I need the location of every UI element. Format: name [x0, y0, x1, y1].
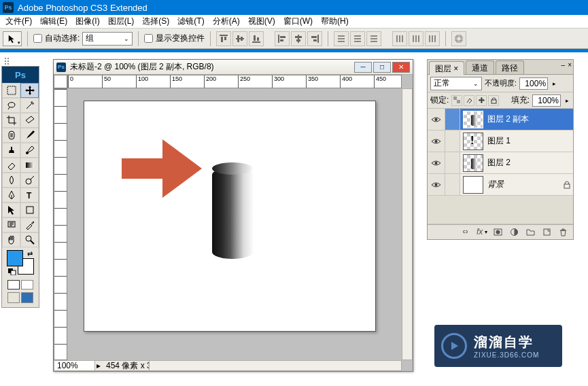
- menu-select[interactable]: 选择(S): [139, 14, 172, 29]
- layer-name-label[interactable]: 图层 1: [486, 135, 561, 147]
- lock-all-icon[interactable]: [488, 95, 499, 106]
- layer-visibility-toggle[interactable]: [428, 109, 445, 130]
- vertical-scrollbar[interactable]: [402, 88, 413, 360]
- menu-analysis[interactable]: 分析(A): [210, 14, 243, 29]
- eraser-tool[interactable]: [2, 158, 20, 173]
- crop-tool[interactable]: [2, 113, 20, 128]
- tab-paths[interactable]: 路径: [496, 60, 524, 74]
- layer-name-label[interactable]: 图层 2: [486, 157, 561, 169]
- healing-brush-tool[interactable]: [2, 128, 20, 143]
- menu-layer[interactable]: 图层(L): [105, 14, 137, 29]
- brush-tool[interactable]: [20, 128, 39, 143]
- horizontal-ruler[interactable]: 050100150200250300350400450: [67, 75, 402, 88]
- window-close-button[interactable]: ✕: [392, 62, 410, 73]
- align-left-icon[interactable]: [275, 31, 290, 46]
- menu-view[interactable]: 视图(V): [245, 14, 278, 29]
- layer-visibility-toggle[interactable]: [428, 174, 445, 195]
- canvas-area[interactable]: [67, 88, 402, 360]
- menu-filter[interactable]: 滤镜(T): [175, 14, 207, 29]
- pen-tool[interactable]: [2, 188, 20, 203]
- hand-tool[interactable]: [2, 232, 20, 247]
- layer-visibility-toggle[interactable]: [428, 130, 445, 152]
- move-tool[interactable]: [20, 83, 39, 98]
- align-hcenter-icon[interactable]: [291, 31, 306, 46]
- standard-mode-button[interactable]: [7, 280, 20, 290]
- link-layers-icon[interactable]: [457, 226, 472, 239]
- toolbox-grip[interactable]: [2, 54, 9, 63]
- ruler-origin[interactable]: [54, 75, 67, 88]
- layer-mask-icon[interactable]: [490, 226, 505, 239]
- layer-thumbnail[interactable]: !: [463, 133, 483, 150]
- magic-wand-tool[interactable]: [20, 98, 39, 113]
- distribute-right-icon[interactable]: [425, 31, 440, 46]
- current-tool-indicator[interactable]: ▾: [3, 31, 22, 46]
- lock-pixels-icon[interactable]: [464, 95, 474, 106]
- auto-select-checkbox[interactable]: 自动选择:: [33, 33, 80, 44]
- swap-colors-icon[interactable]: ⇄: [27, 250, 33, 258]
- opacity-slider-arrow[interactable]: ▸: [551, 80, 557, 87]
- layer-link-cell[interactable]: [445, 174, 460, 195]
- gradient-tool[interactable]: [20, 158, 39, 173]
- horizontal-scrollbar[interactable]: [149, 360, 402, 371]
- history-brush-tool[interactable]: [20, 143, 39, 158]
- foreground-color-swatch[interactable]: [7, 250, 23, 266]
- menu-file[interactable]: 文件(F): [3, 14, 35, 29]
- layer-link-cell[interactable]: [445, 130, 460, 152]
- shape-tool[interactable]: [20, 203, 39, 217]
- layer-thumbnail[interactable]: [463, 111, 483, 128]
- new-group-icon[interactable]: [523, 226, 538, 239]
- align-bottom-icon[interactable]: [249, 31, 264, 46]
- auto-select-target-select[interactable]: 组⌄: [82, 32, 133, 46]
- path-selection-tool[interactable]: [2, 203, 20, 217]
- screenmode-full-menubar[interactable]: [21, 292, 33, 303]
- layer-link-cell[interactable]: [445, 152, 460, 173]
- auto-align-icon[interactable]: [451, 31, 466, 46]
- distribute-bottom-icon[interactable]: [366, 31, 381, 46]
- dodge-tool[interactable]: [20, 173, 39, 188]
- show-transform-checkbox[interactable]: 显示变换控件: [144, 33, 205, 44]
- layer-thumbnail[interactable]: [463, 176, 483, 194]
- slice-tool[interactable]: [20, 113, 39, 128]
- layer-row[interactable]: 图层 2: [428, 152, 573, 174]
- tab-channels[interactable]: 通道: [466, 60, 494, 74]
- align-top-icon[interactable]: [216, 31, 231, 46]
- zoom-input[interactable]: 100%: [54, 361, 95, 370]
- fill-input[interactable]: 100%: [532, 94, 561, 107]
- panel-minimize-icon[interactable]: –: [561, 61, 566, 69]
- lasso-tool[interactable]: [2, 98, 20, 113]
- lock-position-icon[interactable]: [476, 95, 487, 106]
- distribute-hcenter-icon[interactable]: [409, 31, 423, 46]
- lock-transparency-icon[interactable]: [451, 95, 462, 106]
- layer-name-label[interactable]: 背景: [486, 179, 561, 190]
- layers-empty-area[interactable]: [428, 196, 573, 224]
- vertical-ruler[interactable]: [54, 88, 67, 360]
- distribute-vcenter-icon[interactable]: [350, 31, 365, 46]
- layer-row[interactable]: 背景: [428, 174, 573, 196]
- distribute-left-icon[interactable]: [392, 31, 407, 46]
- distribute-top-icon[interactable]: [334, 31, 349, 46]
- menu-window[interactable]: 窗口(W): [281, 14, 315, 29]
- window-maximize-button[interactable]: □: [373, 62, 391, 73]
- canvas[interactable]: [84, 101, 376, 332]
- default-colors-icon[interactable]: [8, 268, 16, 275]
- adjustment-layer-icon[interactable]: [506, 226, 521, 239]
- screenmode-standard[interactable]: [7, 292, 20, 303]
- layer-row[interactable]: !图层 1: [428, 130, 573, 152]
- opacity-input[interactable]: 100%: [519, 77, 548, 90]
- clone-stamp-tool[interactable]: [2, 143, 20, 158]
- quickmask-mode-button[interactable]: [21, 280, 33, 290]
- status-arrow-left[interactable]: ▸: [95, 361, 102, 370]
- document-titlebar[interactable]: Ps 未标题-2 @ 100% (图层 2 副本, RGB/8) ─ □ ✕: [54, 60, 413, 75]
- layer-style-icon[interactable]: fx▾: [474, 226, 489, 239]
- layer-thumbnail[interactable]: [463, 154, 483, 172]
- menu-edit[interactable]: 编辑(E): [37, 14, 70, 29]
- layer-link-cell[interactable]: [445, 109, 460, 130]
- notes-tool[interactable]: [2, 217, 20, 232]
- type-tool[interactable]: T: [20, 188, 39, 203]
- align-right-icon[interactable]: [307, 31, 322, 46]
- marquee-tool[interactable]: [2, 83, 20, 98]
- new-layer-icon[interactable]: [539, 226, 554, 239]
- layer-visibility-toggle[interactable]: [428, 152, 445, 173]
- menu-help[interactable]: 帮助(H): [318, 14, 351, 29]
- window-minimize-button[interactable]: ─: [354, 62, 372, 73]
